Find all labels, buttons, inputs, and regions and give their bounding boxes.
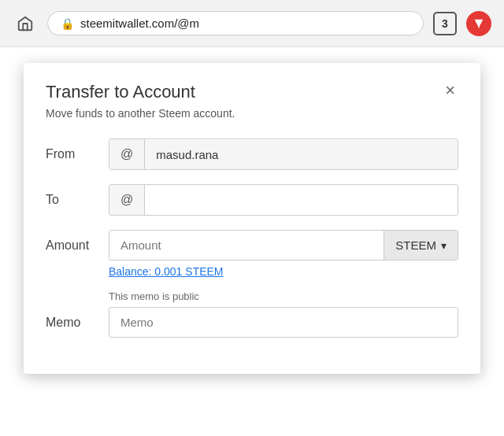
svg-rect-2 [478, 27, 479, 28]
to-at-prefix: @ [109, 185, 145, 215]
currency-label: STEEM [395, 238, 436, 252]
from-input[interactable] [145, 140, 458, 169]
update-button[interactable] [466, 11, 491, 36]
svg-rect-1 [478, 22, 479, 25]
page-area: Transfer to Account × Move funds to anot… [0, 47, 504, 436]
chevron-down-icon [441, 238, 447, 252]
address-bar[interactable]: 🔒 steemitwallet.com/@m [47, 11, 424, 35]
modal-subtitle: Move funds to another Steem account. [46, 107, 458, 120]
to-row: To @ [46, 184, 458, 216]
memo-label: Memo [46, 316, 109, 330]
from-at-prefix: @ [109, 139, 145, 169]
url-text: steemitwallet.com/@m [80, 17, 199, 30]
modal-header: Transfer to Account × [46, 82, 458, 102]
to-input[interactable] [145, 186, 458, 215]
home-button[interactable] [13, 11, 38, 36]
to-label: To [46, 193, 109, 207]
balance-link[interactable]: Balance: 0.001 STEEM [109, 265, 458, 278]
amount-row: Amount STEEM [46, 230, 458, 260]
close-button[interactable]: × [442, 82, 458, 99]
from-row: From @ [46, 139, 458, 170]
memo-input[interactable] [109, 307, 458, 338]
from-label: From [46, 147, 109, 161]
memo-note: This memo is public [109, 290, 458, 302]
modal-title: Transfer to Account [46, 82, 195, 102]
lock-icon: 🔒 [61, 17, 74, 30]
to-input-group: @ [109, 184, 458, 216]
transfer-modal: Transfer to Account × Move funds to anot… [24, 63, 480, 374]
amount-input[interactable] [109, 231, 384, 260]
currency-select[interactable]: STEEM [384, 231, 458, 260]
memo-row: Memo [46, 307, 458, 338]
from-input-group: @ [109, 139, 458, 170]
browser-chrome: 🔒 steemitwallet.com/@m 3 [0, 0, 504, 47]
tab-count[interactable]: 3 [433, 12, 457, 35]
amount-label: Amount [46, 238, 109, 253]
amount-input-group: STEEM [109, 230, 458, 260]
